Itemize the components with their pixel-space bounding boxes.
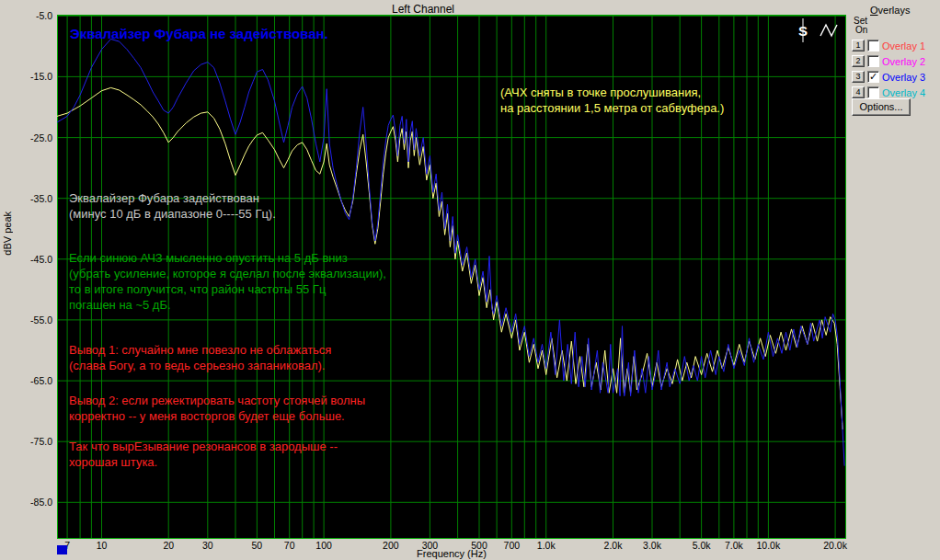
- corner-marker: [57, 545, 67, 554]
- y-tick-label: -15.0: [0, 71, 52, 82]
- svg-text:S: S: [798, 23, 808, 39]
- column-header-on: On: [855, 25, 867, 35]
- overlays-menu-rest: verlays: [878, 5, 911, 16]
- rta-analyzer-window: Left Channel dBV peak S Эквалайзер Фубар…: [0, 0, 940, 560]
- overlay-4-checkbox[interactable]: [867, 86, 879, 98]
- overlay-4-label: Overlay 4: [882, 87, 925, 98]
- y-tick-label: -75.0: [0, 436, 52, 447]
- overlays-menu[interactable]: Overlays: [870, 5, 910, 16]
- overlay-4-set-button[interactable]: 4: [852, 86, 865, 98]
- overlay-row-2: 2 Overlay 2: [852, 53, 925, 69]
- plot-toolbar: S: [795, 17, 841, 43]
- overlay-row-3: 3 ✓ Overlay 3: [852, 69, 925, 85]
- overlay-3-label: Overlay 3: [882, 72, 925, 83]
- waveform-icon[interactable]: [819, 17, 841, 43]
- annotation-conclusion-3: Так что вырЕзывание резонансов в зародыш…: [69, 439, 338, 470]
- y-tick-label: -35.0: [0, 193, 52, 204]
- y-tick-label: -85.0: [0, 497, 52, 508]
- annotation-conclusion-2: Вывод 2: если режектировать частоту стоя…: [69, 393, 365, 424]
- overlay-2-label: Overlay 2: [882, 56, 925, 67]
- overlay-3-set-button[interactable]: 3: [852, 71, 865, 83]
- overlay-1-label: Overlay 1: [882, 40, 925, 51]
- overlay-1-checkbox[interactable]: [867, 40, 879, 51]
- y-tick-label: -55.0: [0, 314, 52, 326]
- y-tick-label: -25.0: [0, 132, 52, 143]
- annotation-mic-position: (АЧХ сняты в точке прослушивания, на рас…: [500, 85, 724, 116]
- spectrum-plot-area: S Эквалайзер Фубара не задействован. (АЧ…: [57, 15, 846, 539]
- annotation-eq-off: Эквалайзер Фубара не задействован.: [70, 26, 328, 41]
- overlay-3-checkbox[interactable]: ✓: [867, 71, 879, 83]
- y-axis-labels: -5.0-15.0-25.0-35.0-45.0-55.0-65.0-75.0-…: [0, 0, 53, 552]
- y-tick-label: -5.0: [0, 10, 52, 21]
- annotation-conclusion-1: Вывод 1: случайно мне повезло не облажат…: [69, 342, 331, 373]
- y-tick-label: -65.0: [0, 375, 52, 386]
- overlay-row-1: 1 Overlay 1: [852, 38, 925, 53]
- overlay-1-set-button[interactable]: 1: [852, 40, 865, 51]
- overlay-2-checkbox[interactable]: [867, 55, 879, 67]
- chart-title: Left Channel: [0, 3, 846, 16]
- options-button[interactable]: Options...: [852, 98, 911, 116]
- overlay-2-set-button[interactable]: 2: [852, 55, 865, 67]
- overlay-rows: 1 Overlay 1 2 Overlay 2 3 ✓ Overlay 3 4 …: [852, 38, 925, 100]
- x-axis-title: Frequency (Hz): [57, 548, 846, 559]
- overlays-panel: Overlays Set On 1 Overlay 1 2 Overlay 2 …: [850, 2, 938, 121]
- overlays-menu-accel: O: [870, 5, 878, 16]
- annotation-eq-on: Эквалайзер Фубара задействован (минус 10…: [69, 190, 276, 222]
- y-tick-label: -45.0: [0, 254, 52, 265]
- signal-marker-icon[interactable]: S: [795, 17, 811, 43]
- annotation-analysis: Если синюю АЧЗ мысленно опустить на 5 дБ…: [69, 250, 386, 313]
